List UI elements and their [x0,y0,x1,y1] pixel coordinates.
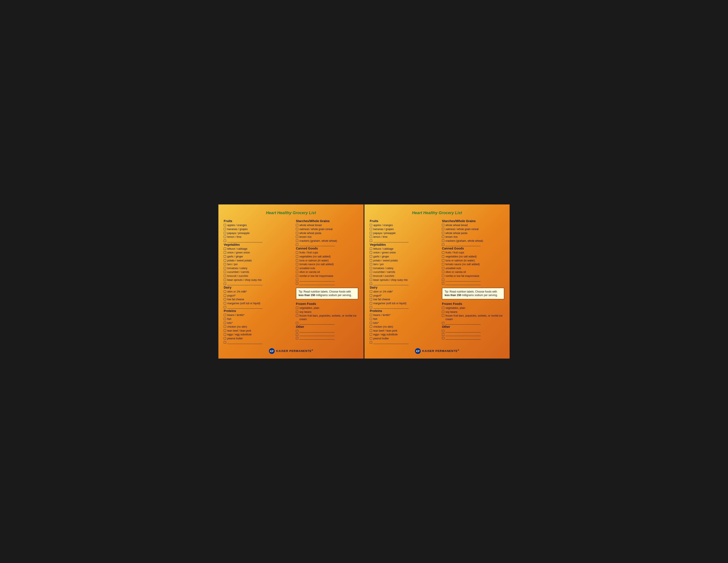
checkbox[interactable] [296,232,298,234]
blank-checkbox[interactable] [370,341,372,344]
checkbox[interactable] [370,235,372,238]
blank-checkbox[interactable] [224,239,226,242]
checkbox[interactable] [442,271,444,273]
blank-checkbox[interactable] [224,341,226,344]
checkbox[interactable] [296,224,298,226]
checkbox[interactable] [370,302,372,305]
checkbox[interactable] [442,263,444,265]
checkbox[interactable] [224,274,226,277]
checkbox[interactable] [296,307,298,309]
checkbox[interactable] [442,224,444,226]
checkbox[interactable] [370,267,372,269]
checkbox[interactable] [370,263,372,265]
checkbox[interactable] [224,228,226,230]
checkbox[interactable] [370,274,372,277]
checkbox[interactable] [224,326,226,328]
blank-checkbox[interactable] [370,239,372,242]
checkbox[interactable] [224,263,226,265]
blank-checkbox[interactable] [296,282,298,285]
checkbox[interactable] [224,330,226,332]
checkbox[interactable] [224,255,226,258]
checkbox[interactable] [296,239,298,242]
checkbox[interactable] [370,278,372,281]
blank-checkbox[interactable] [370,306,372,309]
checkbox[interactable] [224,294,226,297]
blank-checkbox[interactable] [442,337,444,339]
checkbox[interactable] [442,228,444,230]
checkbox[interactable] [224,235,226,238]
checkbox[interactable] [442,274,444,277]
checkbox[interactable] [224,298,226,301]
checkbox[interactable] [296,259,298,261]
checkbox[interactable] [442,259,444,261]
blank-checkbox[interactable] [224,283,226,285]
blank-checkbox[interactable] [296,337,298,339]
checkbox[interactable] [224,247,226,250]
checkbox[interactable] [442,315,444,317]
checkbox[interactable] [296,315,298,317]
checkbox[interactable] [296,311,298,313]
checkbox[interactable] [370,228,372,230]
blank-checkbox[interactable] [224,306,226,309]
checkbox[interactable] [370,298,372,301]
blank-checkbox[interactable] [442,330,444,332]
checkbox[interactable] [370,318,372,320]
checkbox[interactable] [442,311,444,313]
checkbox[interactable] [224,318,226,320]
checkbox[interactable] [442,251,444,254]
blank-checkbox[interactable] [296,278,298,281]
checkbox[interactable] [224,333,226,336]
checkbox[interactable] [370,326,372,328]
checkbox[interactable] [442,239,444,242]
checkbox[interactable] [296,251,298,254]
checkbox[interactable] [224,290,226,293]
checkbox[interactable] [442,232,444,234]
blank-checkbox[interactable] [370,283,372,285]
blank-checkbox[interactable] [296,334,298,336]
checkbox[interactable] [296,263,298,265]
checkbox[interactable] [296,267,298,269]
blank-checkbox[interactable] [296,330,298,332]
checkbox[interactable] [370,251,372,254]
blank-checkbox[interactable] [296,322,298,324]
checkbox[interactable] [296,228,298,230]
checkbox[interactable] [370,314,372,316]
checkbox[interactable] [370,294,372,297]
checkbox[interactable] [370,247,372,250]
checkbox[interactable] [370,337,372,340]
checkbox[interactable] [224,267,226,269]
checkbox[interactable] [296,255,298,258]
blank-checkbox[interactable] [296,243,298,246]
checkbox[interactable] [370,232,372,234]
checkbox[interactable] [224,302,226,305]
checkbox[interactable] [224,259,226,261]
checkbox[interactable] [442,307,444,309]
checkbox[interactable] [296,235,298,238]
checkbox[interactable] [442,267,444,269]
checkbox[interactable] [224,271,226,273]
checkbox[interactable] [370,330,372,332]
checkbox[interactable] [370,333,372,336]
blank-checkbox[interactable] [442,322,444,324]
checkbox[interactable] [224,251,226,254]
checkbox[interactable] [224,224,226,226]
checkbox[interactable] [370,290,372,293]
checkbox[interactable] [370,271,372,273]
blank-checkbox[interactable] [442,243,444,246]
checkbox[interactable] [224,314,226,316]
checkbox[interactable] [224,278,226,281]
checkbox[interactable] [370,224,372,226]
checkbox[interactable] [370,259,372,261]
checkbox[interactable] [370,322,372,324]
checkbox[interactable] [224,322,226,324]
checkbox[interactable] [370,255,372,258]
checkbox[interactable] [224,337,226,340]
blank-checkbox[interactable] [442,282,444,285]
blank-checkbox[interactable] [442,278,444,281]
checkbox[interactable] [296,271,298,273]
checkbox[interactable] [224,232,226,234]
checkbox[interactable] [442,235,444,238]
checkbox[interactable] [442,255,444,258]
checkbox[interactable] [296,274,298,277]
blank-checkbox[interactable] [442,334,444,336]
